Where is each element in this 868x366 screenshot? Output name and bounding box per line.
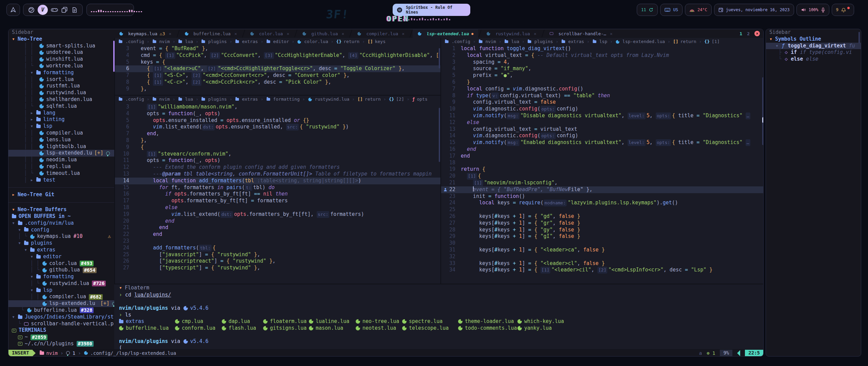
editor-pane-lsp-extended[interactable]: .config›nvim›lua›plugins›extras›lsp›lsp-…	[441, 38, 764, 284]
tree-item[interactable]: │ └ lsp-extended.lu [+]	[8, 300, 114, 307]
ls-entry[interactable]: flash.lua	[222, 325, 263, 332]
chevron-down-icon[interactable]: ▾	[30, 123, 36, 130]
weather-widget[interactable]: 24°C	[685, 4, 712, 16]
tab-lsp-extended-lua[interactable]: lsp-extended.lua●	[413, 29, 478, 38]
tree-item[interactable]: │ │ color.lua#493	[8, 260, 114, 267]
outline-item-toggle_diag_virtext[interactable]: ▾ ƒ toggle_diag_virtext fu	[766, 43, 861, 49]
workspace-firefox[interactable]	[27, 6, 35, 14]
tab-github-lua[interactable]: github.lua×	[297, 29, 349, 38]
tree-item[interactable]: │ │ lightbulb.lua	[8, 143, 114, 150]
chevron-down-icon[interactable]: ▾	[30, 287, 36, 294]
tree-item[interactable]: │ │ compiler.lua	[8, 130, 114, 137]
tree-item[interactable]: │ └ timeout.lua	[8, 170, 114, 177]
chevron-down-icon[interactable]: ▾	[18, 227, 24, 233]
ls-entry[interactable]: yanky.lua	[517, 325, 763, 332]
outline-item-if[interactable]: ├ ◇ if if type(config.vi	[766, 49, 861, 56]
tab-close-icon[interactable]: ×	[234, 31, 237, 36]
terminal-command-line[interactable]: › ls	[114, 312, 763, 319]
close-all-button[interactable]: ×	[754, 31, 760, 36]
chevron-right-icon[interactable]: ▸	[30, 116, 36, 123]
tree-item[interactable]: ▾ .config/nvim/lua	[8, 220, 114, 227]
updates-count[interactable]: ⊕ 1	[707, 350, 715, 356]
ls-entry[interactable]: theme-loader.lua	[458, 318, 517, 325]
tree-item[interactable]: │ ▸ test	[8, 177, 114, 184]
file-path[interactable]: .config/_/lsp/lsp-extended.lua	[91, 350, 176, 356]
tree-item[interactable]: │ └ rustywind.lua#726	[8, 280, 114, 287]
tree-item[interactable]: │ │ shellharden.lua	[8, 96, 114, 103]
tree-item[interactable]: ▾ lsp	[8, 287, 114, 294]
tab-bufferline-lua[interactable]: bufferline.lua×	[180, 29, 242, 38]
outline-item-else[interactable]: └ ◇ else else	[766, 56, 861, 63]
section-header-neo-tree-git[interactable]: ▸Neo-Tree Git	[8, 191, 114, 198]
tree-item[interactable]: ▾ Juegos/Indies/SteamLibrary/st	[8, 314, 114, 321]
ls-entry[interactable]: conform.lua	[175, 325, 222, 332]
tree-item[interactable]: │ │ rustywind.lua	[8, 89, 114, 96]
breadcrumb-color[interactable]: .config›nvim›lua›plugins›extras›editor›c…	[115, 38, 440, 45]
workspace-notes[interactable]	[71, 6, 78, 14]
ls-entry[interactable]: lualine.lua	[309, 318, 356, 325]
tree-item[interactable]: ▾ formatting	[8, 273, 114, 280]
clock-widget[interactable]: jueves, noviembre 16, 2023	[714, 4, 794, 16]
tree-item[interactable]: │ │ compiler.lua#682	[8, 293, 114, 300]
tab-color-lua[interactable]: color.lua×	[245, 29, 294, 38]
volume-widget[interactable]: 100%	[796, 4, 829, 16]
tab-close-icon[interactable]: ×	[610, 31, 613, 36]
floaterm-chevron-icon[interactable]: ▾	[119, 285, 122, 291]
tree-item[interactable]: │ │ isort.lua	[8, 76, 114, 83]
tab-keymaps-lua[interactable]: keymaps.lua⚠3×	[114, 29, 176, 38]
workspace-games[interactable]	[51, 6, 58, 14]
tree-item[interactable]: │ │ lens.lua	[8, 137, 114, 143]
tree-item[interactable]: ▾ extras	[8, 247, 114, 253]
chevron-down-icon[interactable]: ▾	[30, 273, 36, 280]
app-launcher-button[interactable]	[6, 4, 20, 16]
tree-item[interactable]: │ └ keymaps.lua#10⚠	[8, 233, 114, 240]
chevron-down-icon[interactable]: ▾	[30, 69, 36, 76]
tree-item[interactable]: ~#2859	[8, 334, 114, 341]
tree-item[interactable]: │ │ repl.lua	[8, 163, 114, 170]
tabpage-1[interactable]: 1	[739, 31, 742, 36]
tab-close-icon[interactable]: ×	[534, 31, 536, 36]
symbols-outline-header[interactable]: ▾ Symbols Outline	[766, 36, 861, 43]
music-widget[interactable]: Spiritbox - Rule Of Nines	[393, 4, 470, 16]
ls-entry[interactable]: floaterm.lua	[263, 318, 309, 325]
project-name[interactable]: nvim	[46, 350, 58, 356]
tree-item[interactable]: TERMINALS	[8, 327, 114, 334]
ls-entry[interactable]: bufferline.lua	[119, 325, 175, 332]
workspace-neovim[interactable]: V	[38, 5, 48, 15]
tree-item[interactable]: │ │ winshift.lua	[8, 56, 114, 63]
notifications-widget[interactable]: 9	[832, 4, 854, 16]
code-area-rustywind[interactable]: 3 [1]"williamboman/mason.nvim",4 opts = …	[115, 104, 440, 271]
updates-widget[interactable]: 11	[637, 4, 658, 16]
tab-scrollbar-handle-[interactable]: scrollbar-handle-…×	[545, 29, 617, 38]
ls-entry[interactable]: dap.lua	[222, 318, 263, 325]
ls-entry[interactable]: which-key.lua	[517, 318, 763, 325]
tree-item[interactable]: │ ▾ lsp	[8, 123, 114, 130]
tree-item[interactable]: │ │ undotree.lua	[8, 49, 114, 56]
floaterm-panel[interactable]: ▾ Floaterm › cd lua/plugins/nvim/lua/plu…	[114, 284, 763, 351]
chevron-down-icon[interactable]: ▾	[18, 240, 24, 247]
ls-entry[interactable]: spectre.lua	[402, 318, 458, 325]
keyboard-layout-widget[interactable]: US	[660, 4, 682, 16]
section-header-neo-tree[interactable]: ▾Neo-Tree	[8, 36, 114, 43]
chevron-down-icon[interactable]: ▾	[12, 220, 18, 227]
chevron-right-icon[interactable]: ▸	[30, 177, 36, 184]
ls-entry[interactable]: mason.lua	[309, 325, 356, 332]
tab-rustywind-lua[interactable]: rustywind.lua×	[481, 29, 541, 38]
workspace-windows[interactable]	[61, 6, 68, 14]
tree-item[interactable]: │ └ worktree.lua	[8, 63, 114, 69]
tab-compiler-lua[interactable]: compiler.lua×	[352, 29, 409, 38]
tree-item[interactable]: │ │ lsp-extended.lu[+]	[8, 150, 114, 157]
tree-item[interactable]: │ │ rustfmt.lua	[8, 83, 114, 89]
ls-entry[interactable]: neo-tree.lua	[356, 318, 402, 325]
breadcrumb-rustywind[interactable]: .config›nvim›lua›plugins›extras›formatti…	[115, 96, 440, 103]
tab-close-icon[interactable]: ×	[342, 31, 344, 36]
chevron-down-icon[interactable]: ▾	[24, 247, 30, 253]
chevron-right-icon[interactable]: ▸	[30, 110, 36, 117]
terminal-command-line[interactable]: › cd lua/plugins/	[114, 292, 763, 299]
code-area-lsp-extended[interactable]: 1local function toggle_diag_virtext()2 l…	[441, 45, 764, 273]
tree-item[interactable]: OPEN BUFFERS in ~	[8, 213, 114, 220]
tree-item[interactable]: │ │ neodim.lua	[8, 157, 114, 163]
tree-item[interactable]: ▾ config	[8, 227, 114, 233]
tree-item[interactable]: ▾ editor	[8, 253, 114, 260]
ls-entry[interactable]: extras	[119, 318, 175, 325]
